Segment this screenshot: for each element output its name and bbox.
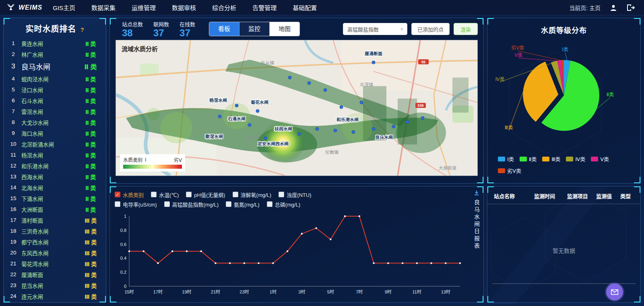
param-checkbox[interactable]: 电导率(uS/cm) (115, 201, 157, 208)
svg-text:Ⅴ类: Ⅴ类 (514, 52, 522, 58)
svg-text:13时: 13时 (441, 289, 450, 294)
legend-label: Ⅳ类 (575, 155, 585, 163)
ranking-row[interactable]: 8 大戈沙水闸 Ⅱ 类 (7, 117, 102, 128)
basin-map[interactable]: 53955乐从镇北滘镇伦教镇龙江镇大良街道厘涌断面杨滘水闸菊花水闸石涌水闸歌滘水… (116, 40, 478, 176)
ranking-row[interactable]: 11 杨滘水闸 Ⅱ 类 (7, 149, 102, 160)
checkbox-icon: ✓ (115, 192, 120, 197)
table-header-3: 监测值 (592, 192, 615, 200)
user-button[interactable] (609, 4, 617, 11)
tab-0[interactable]: 看板 (209, 22, 239, 36)
ranking-row[interactable]: 21 菊花湾水闸 Ⅲ 类 (7, 258, 102, 269)
ranking-row[interactable]: 9 海口水闸 Ⅱ 类 (7, 128, 102, 139)
nav-item-1[interactable]: 数据采集 (91, 3, 116, 12)
nav-item-0[interactable]: GIS主页 (53, 3, 75, 12)
report-title: 良马水闸日报表 (473, 199, 481, 250)
station-name: 菊花湾水闸 (20, 260, 79, 268)
param-checkbox[interactable]: pH值(无量纲) (186, 191, 225, 198)
parameter-select[interactable]: 高锰酸盐指数 ▾ (343, 23, 407, 35)
ranking-row[interactable]: 17 潽村断面 Ⅲ 类 (7, 215, 102, 225)
ranking-row[interactable]: 6 石斗水闸 Ⅱ 类 (7, 95, 102, 106)
stat-value: 37 (180, 28, 195, 38)
logo[interactable]: WEIMS (0, 3, 53, 12)
legend-label: Ⅲ类 (551, 155, 560, 163)
grade-badge: Ⅲ 类 (79, 292, 102, 300)
legend-swatch (520, 157, 527, 161)
ranking-row[interactable]: 19 都宁西水闸 Ⅲ 类 (7, 236, 102, 247)
nav-item-3[interactable]: 数据审核 (172, 3, 196, 12)
tab-2[interactable]: 地图 (270, 22, 299, 36)
station-name: 三洪奇水闸 (20, 227, 79, 235)
legend-item: Ⅰ类 (498, 155, 514, 163)
nav-item-5[interactable]: 告警管理 (252, 3, 277, 12)
ranking-row[interactable]: 4 蚬肉泾水闸 Ⅱ 类 (7, 73, 102, 84)
ranking-row[interactable]: 24 连元水闸 Ⅲ 类 (7, 291, 102, 302)
ranking-row[interactable]: 23 昆当水闸 Ⅲ 类 (7, 280, 102, 291)
message-fab[interactable] (606, 283, 623, 300)
stats: 站点总数 38 联网数 37 在线数 37 (122, 20, 195, 38)
ranking-list: 1 黄连水闸 Ⅱ 类 2 林广水闸 Ⅱ 类 3 良马水闸 Ⅱ 类 4 蚬肉泾水闸… (4, 37, 106, 302)
render-button[interactable]: 渲染 (454, 23, 478, 35)
ranking-row[interactable]: 18 三洪奇水闸 Ⅲ 类 (7, 225, 102, 236)
ranking-row[interactable]: 5 泾口水闸 Ⅱ 类 (7, 84, 102, 95)
svg-text:伦教镇: 伦教镇 (325, 149, 339, 155)
checkbox-label: 水温(℃) (159, 191, 179, 198)
grade-badge: Ⅱ 类 (79, 129, 102, 137)
nav-items: GIS主页数据采集运维管理数据审核综合分析告警管理基础配置 (53, 3, 317, 12)
report-chart-area: ✓ 水质类别 水温(℃) pH值(无量纲) 溶解氧(mg/L) 浊度(NTU) … (110, 186, 470, 302)
ranking-row[interactable]: 14 北海水闸 Ⅱ 类 (7, 182, 102, 193)
station-name: 潽村断面 (20, 216, 79, 224)
current-page-label: 当前页: 主页 (569, 4, 601, 12)
ranking-row[interactable]: 7 雷滘水闸 Ⅱ 类 (7, 106, 102, 117)
ranking-row[interactable]: 12 和乐港水闸 Ⅱ 类 (7, 160, 102, 171)
svg-text:0.6: 0.6 (120, 242, 126, 247)
station-name: 北海水闸 (20, 184, 79, 192)
download-icon[interactable] (473, 190, 480, 196)
param-checkbox[interactable]: 总磷(mg/L) (267, 201, 301, 208)
svg-text:劣Ⅴ类: 劣Ⅴ类 (511, 45, 524, 51)
param-checkbox[interactable]: ✓ 水质类别 (115, 191, 144, 198)
svg-text:55: 55 (421, 60, 425, 64)
table-header-4: 类型 (615, 192, 636, 200)
tab-1[interactable]: 监控 (239, 22, 270, 36)
rank-number: 24 (7, 293, 20, 299)
checkbox-label: pH值(无量纲) (194, 191, 225, 198)
station-name: 厘涌断面 (20, 271, 79, 279)
param-checkbox[interactable]: 溶解氧(mg/L) (233, 191, 272, 198)
nav-item-4[interactable]: 综合分析 (212, 3, 236, 12)
help-icon[interactable]: ? (80, 27, 84, 33)
station-name: 西海水闸 (20, 173, 79, 181)
ranking-row[interactable]: 10 北滘新涌水闸 Ⅱ 类 (7, 139, 102, 149)
ranking-row[interactable]: 2 林广水闸 Ⅱ 类 (7, 49, 102, 60)
station-name: 林广水闸 (20, 50, 79, 58)
logo-text: WEIMS (19, 4, 42, 11)
ranking-row[interactable]: 20 东风西水闸 Ⅲ 类 (7, 247, 102, 258)
ranking-row[interactable]: 22 厘涌断面 Ⅲ 类 (7, 269, 102, 280)
param-checkbox[interactable]: 氨氮(mg/L) (226, 201, 260, 208)
logout-button[interactable] (626, 4, 635, 11)
stat-1: 联网数 37 (153, 20, 169, 38)
station-name: 北滘新涌水闸 (20, 140, 79, 148)
svg-text:539: 539 (418, 103, 424, 108)
rank-number: 2 (7, 51, 20, 57)
svg-text:0: 0 (124, 284, 126, 289)
stat-label: 在线数 (180, 20, 195, 28)
param-checkbox[interactable]: 浊度(NTU) (279, 191, 311, 198)
nav-item-6[interactable]: 基础配置 (293, 3, 317, 12)
map-legend-title: 水质类别 (123, 156, 142, 163)
grade-badge: Ⅱ 类 (79, 97, 102, 105)
param-checkbox[interactable]: 水温(℃) (151, 191, 179, 198)
ranking-row[interactable]: 15 下涌水闸 Ⅱ 类 (7, 193, 102, 204)
hourly-line-chart: 00.20.40.60.8115时17时19时21时23时1时3时5时7时9时1… (115, 213, 466, 298)
ranking-row[interactable]: 3 良马水闸 Ⅱ 类 (7, 60, 102, 73)
ranking-row[interactable]: 16 大洲断面 Ⅱ 类 (7, 204, 102, 215)
param-checkbox[interactable]: 高锰酸盐指数(mg/L) (164, 201, 219, 208)
nav-item-2[interactable]: 运维管理 (132, 3, 156, 12)
svg-text:3时: 3时 (298, 289, 305, 294)
added-points-button[interactable]: 已添加的点 (411, 23, 450, 35)
ranking-row[interactable]: 13 西海水闸 Ⅱ 类 (7, 171, 102, 182)
ranking-row[interactable]: 1 黄连水闸 Ⅱ 类 (7, 38, 102, 49)
checkbox-icon (267, 201, 272, 207)
legend-item: Ⅳ类 (566, 155, 585, 163)
legend-swatch (591, 157, 598, 161)
pie-title: 水质等级分布 (487, 25, 640, 35)
